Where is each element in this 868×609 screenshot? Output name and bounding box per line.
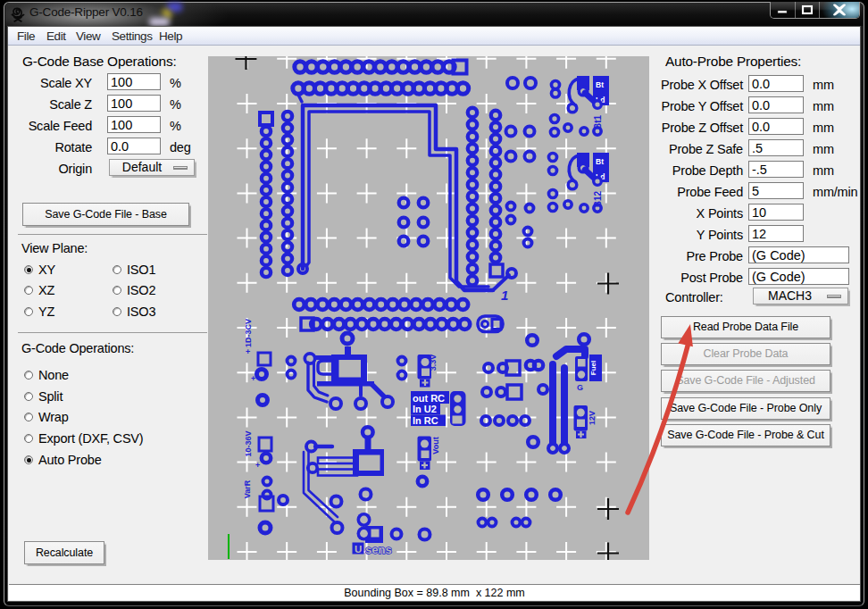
svg-text:+: +: [246, 347, 250, 356]
svg-text:In RC: In RC: [413, 415, 438, 426]
svg-text:G: G: [577, 383, 583, 392]
svg-text:In U2: In U2: [413, 404, 437, 414]
svg-text:12V: 12V: [588, 411, 597, 425]
svg-text:+: +: [255, 461, 260, 470]
svg-text:out RC: out RC: [413, 393, 445, 404]
svg-text:VarR: VarR: [243, 480, 252, 498]
svg-text:Fuel: Fuel: [589, 361, 597, 375]
svg-text:+: +: [251, 374, 255, 383]
svg-text:sens: sens: [365, 543, 392, 556]
svg-text:1: 1: [501, 288, 508, 303]
svg-text:3.3V: 3.3V: [429, 355, 438, 371]
svg-text:Bt: Bt: [596, 80, 604, 89]
svg-text:Vout: Vout: [431, 437, 440, 454]
svg-text:10-36V: 10-36V: [244, 430, 253, 456]
svg-text:Bt: Bt: [596, 157, 604, 166]
svg-text:U: U: [355, 544, 362, 555]
svg-text:1D-3CV: 1D-3CV: [244, 319, 253, 347]
